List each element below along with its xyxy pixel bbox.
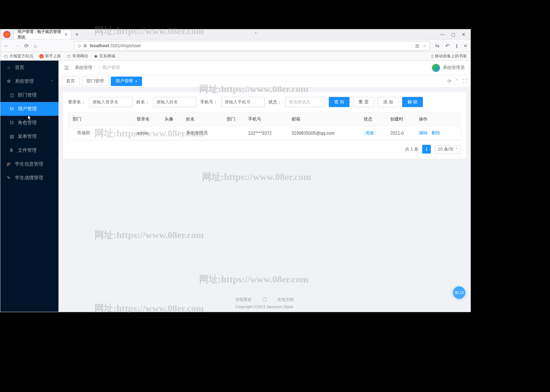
sidebar-item-menu[interactable]: ▤菜单管理 <box>0 130 58 143</box>
page-tabs: 首页 部门管理 用户管理× ⟳ ˅ ⛶ <box>58 75 470 87</box>
sidebar-item-user[interactable]: ☋用户管理 <box>0 102 58 116</box>
sidebar-item-file[interactable]: 🗎文件管理 <box>0 143 58 157</box>
crumb-user: 用户管理 <box>102 65 120 71</box>
main-area: ☰ 系统管理 ˅ / 用户管理 系统管理员 首页 部门管理 用户管理× ⟳ <box>58 61 470 312</box>
github-icon[interactable]: ◯ <box>262 297 267 302</box>
home-icon: ⌂ <box>6 65 11 70</box>
reload-icon[interactable]: ⟳ <box>24 43 29 49</box>
menu-icon[interactable]: ≡ <box>464 43 467 49</box>
login-label: 登录名： <box>68 99 85 105</box>
data-grid: 登录名 头像 姓名 部门 手机号 邮箱 状态 创建时 操作 <box>134 113 461 140</box>
list-icon: ▤ <box>9 134 14 139</box>
sidebar-item-student-info[interactable]: 🎓学生信息管理 <box>0 157 58 171</box>
browser-tab[interactable]: 用户管理 - 电子病历管理系统 × <box>13 30 72 39</box>
table-row[interactable]: admin 系统管理员 132****3372 3199635005@qq.co… <box>134 126 461 140</box>
col-login: 登录名 <box>134 113 162 126</box>
sidebar-label: 学生信息管理 <box>15 161 43 167</box>
url-host: localhost <box>90 43 109 48</box>
table-header-row: 登录名 头像 姓名 部门 手机号 邮箱 状态 创建时 操作 <box>134 113 461 126</box>
fullscreen-icon[interactable]: ⛶ <box>463 78 468 84</box>
breadcrumb: 系统管理 ˅ / 用户管理 <box>75 65 120 71</box>
extensions-icon[interactable]: ⇆ <box>435 43 440 49</box>
col-avatar: 头像 <box>162 113 183 126</box>
col-name: 姓名 <box>183 113 224 126</box>
sidebar-item-student-score[interactable]: ✎学生成绩管理 <box>0 171 58 185</box>
collapse-icon[interactable]: ☰ <box>64 65 69 71</box>
url-bar[interactable]: ◇ 🗎 localhost:3101/#/sys/user ▥ ☆ <box>74 41 430 50</box>
cell-avatar <box>162 126 183 140</box>
tab-dept[interactable]: 部门管理 <box>82 77 109 86</box>
chevron-down-icon: ˅ <box>456 147 458 151</box>
tab-title: 用户管理 - 电子病历管理系统 <box>17 29 65 40</box>
folder-icon: 🗀 <box>4 54 8 58</box>
page-size-select[interactable]: 10 条/页˅ <box>434 145 461 154</box>
app-root: ⌂首页 ⚙系统管理 ˄ ◫部门管理 ☋用户管理 ☋角色管理 ▤菜单管理 🗎文件管… <box>0 61 470 312</box>
sidebar: ⌂首页 ⚙系统管理 ˄ ◫部门管理 ☋用户管理 ☋角色管理 ▤菜单管理 🗎文件管… <box>0 61 58 312</box>
copyright: Copyright ©2021 Seezoon Stack <box>58 305 470 309</box>
refresh-icon[interactable]: ⟳ <box>448 78 452 84</box>
forward-icon[interactable]: → <box>14 43 19 49</box>
bookmark-firefox[interactable]: 🗀火狐官方站点 <box>4 53 33 59</box>
col-dept: 部门 <box>224 113 245 126</box>
login-input[interactable] <box>89 97 133 107</box>
user-area[interactable]: 系统管理员 <box>432 64 465 72</box>
content: 登录名： 姓名： 手机号： 状态： 请选择状态˅ 查 询 重 置 添 加 解 锁 <box>58 87 470 312</box>
footer-preview-link[interactable]: 在线预览 <box>235 297 251 302</box>
sidebar-item-home[interactable]: ⌂首页 <box>0 61 58 74</box>
table-area: 部门 市场部 登录名 头像 姓名 部门 手机号 <box>68 112 461 140</box>
close-window-icon[interactable]: ✕ <box>462 32 465 37</box>
delete-button[interactable]: 删除 <box>432 130 440 135</box>
edit-button[interactable]: 编辑 <box>419 130 428 135</box>
tree-node-market[interactable]: 市场部 <box>68 126 133 140</box>
unlock-button[interactable]: 解 锁 <box>402 97 423 107</box>
tab-overflow-icon[interactable]: ˅ <box>255 32 257 37</box>
reset-button[interactable]: 重 置 <box>353 97 374 107</box>
avatar <box>432 64 440 72</box>
footer: 在线预览 ◯ 在线文档 Copyright ©2021 Seezoon Stac… <box>58 297 470 309</box>
user-icon: ☋ <box>9 106 14 111</box>
chevron-down-icon: ˅ <box>320 99 322 105</box>
status-select[interactable]: 请选择状态˅ <box>285 97 325 107</box>
reader-icon[interactable]: ▥ <box>415 43 419 48</box>
maximize-icon[interactable]: ▢ <box>451 32 455 37</box>
bookmark-jd[interactable]: ◉京东商城 <box>94 53 115 59</box>
home-icon[interactable]: ⌂ <box>34 43 37 49</box>
account-icon[interactable]: ↶ <box>445 43 450 49</box>
sidebar-item-system[interactable]: ⚙系统管理 ˄ <box>0 74 58 88</box>
cell-status: 有效 <box>361 126 388 140</box>
page-1[interactable]: 1 <box>422 145 431 154</box>
tab-close-icon[interactable]: × <box>135 79 137 83</box>
sidebar-label: 部门管理 <box>18 92 37 98</box>
sidebar-item-role[interactable]: ☋角色管理 <box>0 116 58 130</box>
add-button[interactable]: 添 加 <box>378 97 399 107</box>
shield-icon: ◇ <box>78 43 81 48</box>
col-phone: 手机号 <box>245 113 289 126</box>
sidebar-label: 用户管理 <box>18 106 37 112</box>
pencil-icon: ✎ <box>6 175 11 180</box>
crumb-system[interactable]: 系统管理 <box>75 65 92 71</box>
chevron-down-icon[interactable]: ˅ <box>456 78 458 84</box>
library-icon[interactable]: ⫿ <box>456 43 458 49</box>
query-button[interactable]: 查 询 <box>329 97 349 107</box>
page-info-icon: 🗎 <box>83 43 88 48</box>
tab-home[interactable]: 首页 <box>61 77 80 86</box>
phone-input[interactable] <box>221 97 265 107</box>
pagination: 共 1 条 1 10 条/页˅ <box>68 145 461 154</box>
footer-docs-link[interactable]: 在线文档 <box>278 297 294 302</box>
window-controls: — ▢ ✕ <box>440 32 470 37</box>
name-label: 姓名： <box>136 99 149 105</box>
bookmark-common[interactable]: 🗀常用网址 <box>67 53 88 59</box>
bookmark-star-icon[interactable]: ☆ <box>423 43 427 48</box>
bookmark-newbie[interactable]: 新手上路 <box>39 53 61 59</box>
back-icon[interactable]: ← <box>4 43 9 49</box>
breadcrumb-sep: / <box>98 65 100 70</box>
name-input[interactable] <box>153 97 197 107</box>
tab-user[interactable]: 用户管理× <box>111 77 142 86</box>
tab-close-icon[interactable]: × <box>65 32 68 37</box>
folder-icon: 🗀 <box>67 54 71 58</box>
minimize-icon[interactable]: — <box>440 32 445 37</box>
new-tab-button[interactable]: + <box>75 31 78 38</box>
file-icon: 🗎 <box>9 148 14 153</box>
sidebar-item-dept[interactable]: ◫部门管理 <box>0 88 58 102</box>
mobile-bookmarks[interactable]: ▯移动设备上的书签 <box>431 53 467 59</box>
